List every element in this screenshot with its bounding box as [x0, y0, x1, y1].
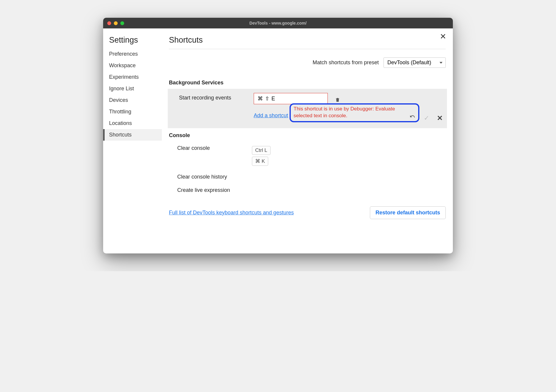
- category-title-console: Console: [169, 132, 446, 139]
- sidebar-item-shortcuts[interactable]: Shortcuts: [103, 129, 162, 141]
- checkmark-icon[interactable]: ✓: [424, 114, 429, 122]
- full-list-link[interactable]: Full list of DevTools keyboard shortcuts…: [169, 210, 294, 216]
- settings-sidebar: Settings Preferences Workspace Experimen…: [103, 28, 162, 253]
- restore-defaults-button[interactable]: Restore default shortcuts: [370, 206, 446, 219]
- shortcut-chip: ⌘ K: [252, 157, 268, 166]
- cancel-icon[interactable]: ✕: [437, 114, 443, 122]
- sidebar-item-locations[interactable]: Locations: [103, 118, 162, 129]
- window-zoom-button[interactable]: [120, 21, 124, 25]
- shortcut-error-message: This shortcut is in use by Debugger: Eva…: [294, 106, 415, 119]
- window-minimize-button[interactable]: [114, 21, 118, 25]
- page-title: Shortcuts: [169, 36, 446, 49]
- shortcut-input[interactable]: ⌘ ⇧ E: [254, 93, 328, 104]
- footer: Full list of DevTools keyboard shortcuts…: [169, 206, 446, 219]
- trash-icon[interactable]: [335, 94, 340, 103]
- close-icon[interactable]: ✕: [440, 33, 446, 40]
- action-label: Create live expression: [169, 187, 252, 193]
- sidebar-item-experiments[interactable]: Experiments: [103, 71, 162, 83]
- devtools-settings-window: DevTools - www.google.com/ ✕ Settings Pr…: [103, 18, 453, 253]
- shortcuts-panel: Shortcuts Match shortcuts from preset De…: [162, 28, 453, 253]
- chevron-down-icon: [440, 62, 442, 64]
- preset-select[interactable]: DevTools (Default): [384, 57, 446, 68]
- sidebar-item-throttling[interactable]: Throttling: [103, 106, 162, 118]
- sidebar-heading: Settings: [103, 36, 162, 48]
- add-shortcut-link[interactable]: Add a shortcut: [254, 113, 288, 119]
- action-row-clear-console-history[interactable]: Clear console history: [169, 170, 446, 184]
- action-label: Start recording events: [171, 93, 254, 101]
- shortcut-editing-row: Start recording events ⌘ ⇧ E Add a short…: [168, 89, 447, 128]
- preset-row: Match shortcuts from preset DevTools (De…: [169, 57, 446, 68]
- sidebar-item-devices[interactable]: Devices: [103, 94, 162, 106]
- shortcut-chip: Ctrl L: [252, 146, 271, 155]
- undo-icon[interactable]: [409, 114, 416, 122]
- sidebar-item-preferences[interactable]: Preferences: [103, 48, 162, 60]
- category-title-background-services: Background Services: [169, 80, 446, 86]
- editing-actions: ✓ ✕: [409, 114, 443, 122]
- action-label: Clear console history: [169, 174, 252, 180]
- traffic-lights: [107, 21, 124, 25]
- sidebar-item-ignore-list[interactable]: Ignore List: [103, 83, 162, 94]
- window-close-button[interactable]: [107, 21, 111, 25]
- preset-selected-value: DevTools (Default): [387, 60, 431, 66]
- window-title: DevTools - www.google.com/: [103, 21, 453, 25]
- error-annotation: This shortcut is in use by Debugger: Eva…: [290, 103, 419, 122]
- action-label: Clear console: [169, 145, 252, 151]
- sidebar-item-workspace[interactable]: Workspace: [103, 60, 162, 71]
- action-row-clear-console[interactable]: Clear console Ctrl L ⌘ K: [169, 142, 446, 170]
- preset-label: Match shortcuts from preset: [313, 60, 379, 66]
- action-row-create-live-expression[interactable]: Create live expression: [169, 184, 446, 197]
- titlebar: DevTools - www.google.com/: [103, 18, 453, 28]
- shortcut-input-value: ⌘ ⇧ E: [258, 95, 275, 102]
